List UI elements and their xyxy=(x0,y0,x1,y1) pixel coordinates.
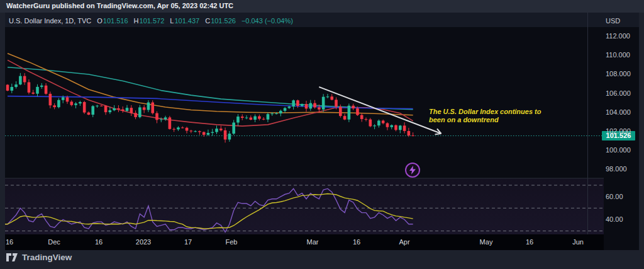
tradingview-chart-page: WatcherGuru published on TradingView.com… xyxy=(0,0,644,269)
ma-red xyxy=(8,60,413,126)
tradingview-brand-text: TradingView xyxy=(22,253,72,262)
candle-body xyxy=(386,123,389,127)
candle-body xyxy=(172,129,175,130)
candle-body xyxy=(134,113,137,117)
candle-body xyxy=(301,104,304,106)
price-axis-label[interactable]: 108.000 xyxy=(606,70,631,77)
price-axis-label[interactable]: 112.000 xyxy=(606,32,630,40)
rsi-line xyxy=(5,188,413,232)
flash-ideas-button[interactable] xyxy=(405,163,420,178)
candle-body xyxy=(169,117,172,129)
candle-body xyxy=(411,135,414,136)
candle-body xyxy=(262,119,265,120)
candle-body xyxy=(49,94,52,105)
price-axis-label[interactable]: 102.000 xyxy=(606,127,631,135)
candle-body xyxy=(377,121,380,126)
candle-body xyxy=(343,116,347,120)
chart-canvas[interactable] xyxy=(0,0,644,269)
candle-body xyxy=(352,106,355,108)
candle-body xyxy=(219,129,223,130)
candle-body xyxy=(194,131,197,132)
candle-body xyxy=(83,102,86,113)
candle-body xyxy=(87,113,91,115)
symbol-legend[interactable]: U.S. Dollar Index, 1D, TVC O101.516 H101… xyxy=(9,17,293,25)
candle-body xyxy=(309,103,313,109)
candle-body xyxy=(6,85,9,91)
candle-body xyxy=(143,107,146,110)
candle-body xyxy=(245,118,248,118)
candle-body xyxy=(186,128,189,131)
candle-body xyxy=(348,106,351,120)
price-axis-label[interactable]: 106.000 xyxy=(606,89,631,97)
price-axis-label[interactable]: 104.000 xyxy=(606,108,631,116)
candle-body xyxy=(318,107,321,109)
candle-body xyxy=(403,125,406,131)
candle-body xyxy=(45,86,48,94)
high-value: H101.572 xyxy=(134,17,165,25)
candle-body xyxy=(296,100,299,106)
candle-body xyxy=(181,127,184,128)
candle-body xyxy=(57,100,60,107)
candle-body xyxy=(408,131,411,135)
candle-body xyxy=(207,133,210,135)
candle-body xyxy=(109,110,112,112)
candle-body xyxy=(267,114,270,120)
candle-body xyxy=(130,108,133,113)
candle-body xyxy=(270,113,274,114)
candle-body xyxy=(258,117,261,119)
low-value: L101.437 xyxy=(170,17,199,25)
candle-body xyxy=(250,118,253,120)
candle-body xyxy=(198,131,201,132)
candle-body xyxy=(203,132,206,135)
candle-body xyxy=(40,86,43,87)
candle-body xyxy=(399,125,402,130)
candle-body xyxy=(253,117,257,120)
candle-body xyxy=(288,106,291,108)
candle-body xyxy=(373,125,376,126)
candle-body xyxy=(177,127,180,129)
candle-body xyxy=(164,117,167,119)
candle-body xyxy=(74,103,77,105)
candle-body xyxy=(241,117,244,118)
price-axis-label[interactable]: 110.000 xyxy=(606,51,630,59)
candle-body xyxy=(79,102,82,103)
candle-body xyxy=(28,82,31,92)
candle-body xyxy=(232,123,235,134)
trendline-arrow xyxy=(319,87,441,134)
footer-brand[interactable]: TradingView xyxy=(6,253,72,262)
candle-body xyxy=(215,129,218,132)
candle-body xyxy=(292,100,295,106)
annotation-line-1: The U.S. Dollar Index continues to xyxy=(429,108,541,116)
candle-body xyxy=(19,76,22,84)
candle-body xyxy=(66,97,69,101)
candle-body xyxy=(339,107,342,117)
candle-body xyxy=(236,117,240,122)
candle-body xyxy=(211,132,214,133)
candle-body xyxy=(70,101,73,105)
price-axis-label[interactable]: 98.000 xyxy=(606,165,627,173)
candle-body xyxy=(275,113,278,114)
close-value: C101.526 xyxy=(205,17,236,25)
rsi-axis-label[interactable]: 60.00 xyxy=(606,193,623,200)
rsi-axis-label[interactable]: 40.00 xyxy=(606,215,623,223)
candle-body xyxy=(279,111,282,113)
candle-body xyxy=(335,100,338,106)
annotation-line-2: been on a downtrend xyxy=(429,116,541,124)
candle-body xyxy=(284,108,287,110)
change-value: −0.043 (−0.04%) xyxy=(242,17,293,25)
candle-body xyxy=(382,121,385,123)
tradingview-logo-icon xyxy=(6,253,18,262)
price-axis-label[interactable]: 100.000 xyxy=(606,146,631,154)
candle-body xyxy=(326,96,330,97)
candle-body xyxy=(53,105,56,107)
candle-body xyxy=(100,106,103,106)
candle-body xyxy=(126,108,129,111)
candle-body xyxy=(160,119,163,120)
candle-body xyxy=(322,97,325,110)
candle-body xyxy=(138,107,142,117)
candle-body xyxy=(31,93,35,94)
lightning-icon xyxy=(409,166,416,175)
candle-body xyxy=(104,106,108,112)
candle-body xyxy=(91,106,94,115)
candle-body xyxy=(121,110,125,111)
